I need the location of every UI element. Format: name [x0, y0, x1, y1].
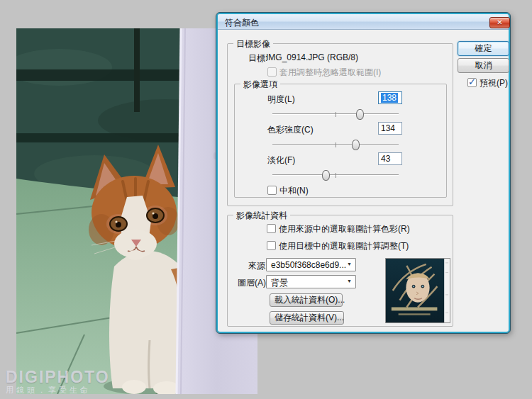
preview-label[interactable]: 預視(P) [480, 77, 508, 89]
source-label: 來源: [248, 260, 267, 272]
save-statistics-button[interactable]: 儲存統計資料(V)... [270, 311, 344, 325]
watermark: DIGIPHOTO 用鏡頭．享受生命 [6, 369, 110, 395]
source-dropdown-value: e3b50f368c8e6d9... [271, 260, 346, 270]
close-icon: ✕ [497, 18, 502, 26]
use-target-selection-checkbox[interactable]: ✓ [267, 241, 276, 250]
ignore-selection-label[interactable]: 套用調整時忽略選取範圍(I) [279, 67, 381, 79]
layer-dropdown[interactable]: 背景 ▼ [266, 275, 356, 288]
cancel-button[interactable]: 取消 [458, 58, 509, 73]
color-intensity-value: 134 [381, 123, 395, 133]
close-button[interactable]: ✕ [489, 17, 510, 28]
layer-dropdown-value: 背景 [271, 277, 288, 289]
fade-slider[interactable] [272, 169, 399, 181]
source-dropdown[interactable]: e3b50f368c8e6d9... ▼ [266, 258, 356, 271]
slider-center-tick [336, 142, 336, 147]
watermark-brand: DIGIPHOTO [6, 369, 110, 385]
color-intensity-label: 色彩強度(C) [267, 124, 314, 136]
ok-button[interactable]: 確定 [458, 41, 509, 56]
use-source-selection-label[interactable]: 使用來源中的選取範圍計算色彩(R) [279, 223, 410, 235]
source-preview-thumbnail [385, 258, 450, 323]
neutralize-checkbox[interactable]: ✓ [267, 186, 277, 195]
fade-label: 淡化(F) [267, 154, 295, 167]
image-statistics-group-label: 影像統計資料 [233, 210, 290, 222]
luminance-slider-thumb[interactable] [356, 109, 364, 120]
watermark-slogan: 用鏡頭．享受生命 [6, 385, 110, 395]
fade-slider-thumb[interactable] [322, 170, 330, 181]
target-label: 目標: [248, 52, 267, 64]
check-icon: ✓ [468, 77, 476, 87]
layer-label: 圖層(A): [238, 277, 268, 289]
color-intensity-slider-thumb[interactable] [352, 140, 360, 150]
fade-input[interactable]: 43 [378, 152, 402, 165]
dialog-title: 符合顏色 [225, 17, 259, 29]
source-preview-art [386, 259, 450, 322]
image-options-group-label: 影像選項 [240, 79, 280, 91]
match-color-dialog: 符合顏色 ✕ 目標影像 目標: IMG_0914.JPG (RGB/8) ✓ 套… [216, 13, 510, 333]
color-intensity-input[interactable]: 134 [378, 122, 402, 135]
luminance-value: 138 [381, 93, 398, 103]
preview-checkbox[interactable]: ✓ [467, 78, 477, 87]
luminance-slider[interactable] [272, 108, 399, 120]
use-source-selection-checkbox[interactable]: ✓ [267, 224, 276, 233]
neutralize-label[interactable]: 中和(N) [279, 185, 309, 197]
use-target-selection-label[interactable]: 使用目標中的選取範圍計算調整(T) [279, 240, 409, 252]
slider-center-tick [336, 173, 336, 178]
luminance-input[interactable]: 138 [378, 91, 402, 104]
chevron-down-icon: ▼ [347, 262, 352, 266]
slider-center-tick [336, 112, 336, 117]
target-image-group-label: 目標影像 [233, 38, 273, 50]
dialog-titlebar[interactable]: 符合顏色 ✕ [218, 14, 509, 30]
ignore-selection-checkbox[interactable]: ✓ [267, 67, 277, 77]
luminance-label: 明度(L) [267, 94, 295, 106]
screenshot-canvas: DIGIPHOTO 用鏡頭．享受生命 符合顏色 ✕ 目標影像 目標: IMG_0… [0, 0, 532, 399]
chevron-down-icon: ▼ [347, 279, 352, 283]
target-filename: IMG_0914.JPG (RGB/8) [266, 52, 358, 62]
fade-value: 43 [381, 154, 390, 164]
load-statistics-button[interactable]: 載入統計資料(O)... [270, 293, 343, 307]
color-intensity-slider[interactable] [272, 139, 399, 150]
